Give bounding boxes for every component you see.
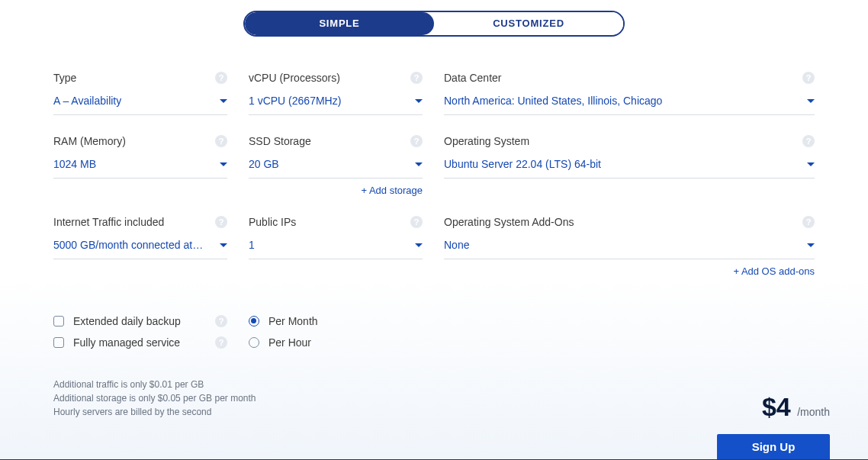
label-backup: Extended daily backup [73,315,181,327]
tab-customized[interactable]: CUSTOMIZED [434,12,623,35]
dropdown-ssd[interactable]: 20 GB [249,158,423,179]
tab-simple[interactable]: SIMPLE [245,12,434,35]
price-unit: /month [797,406,830,418]
chevron-down-icon [415,99,423,103]
options-column: Extended daily backup ? Fully managed se… [53,315,227,358]
chevron-down-icon [807,162,815,166]
plan-tabs: SIMPLE CUSTOMIZED [53,11,815,37]
label-per-hour: Per Hour [268,336,311,349]
dropdown-type[interactable]: A – Availability [53,95,227,115]
note-line: Additional traffic is only $0.01 per GB [53,378,815,391]
price-display: $4 /month [762,392,830,422]
signup-button[interactable]: Sign Up [717,434,830,460]
add-os-addons-link[interactable]: + Add OS add-ons [444,265,815,277]
value-publicips: 1 [249,239,255,251]
help-icon[interactable]: ? [410,72,423,84]
note-line: Hourly servers are billed by the second [53,405,815,419]
help-icon[interactable]: ? [410,135,423,147]
field-type: Type ? A – Availability [53,72,227,115]
help-icon[interactable]: ? [802,216,815,228]
label-managed: Fully managed service [73,336,180,349]
help-icon[interactable]: ? [215,336,227,349]
field-addons: Operating System Add-Ons ? None + Add OS… [444,216,815,277]
chevron-down-icon [415,162,423,166]
value-vcpu: 1 vCPU (2667MHz) [249,95,341,107]
radio-per-hour[interactable] [249,337,259,348]
value-ssd: 20 GB [249,158,279,170]
chevron-down-icon [807,99,815,103]
value-ram: 1024 MB [53,158,96,170]
chevron-down-icon [807,243,815,247]
value-type: A – Availability [53,95,121,107]
dropdown-traffic[interactable]: 5000 GB/month connected at 10000 Mbps [53,239,227,259]
note-line: Additional storage is only $0.05 per GB … [53,391,815,405]
help-icon[interactable]: ? [215,216,227,228]
field-vcpu: vCPU (Processors) ? 1 vCPU (2667MHz) [249,72,423,115]
label-datacenter: Data Center [444,72,501,84]
field-publicips: Public IPs ? 1 [249,216,423,277]
label-ssd: SSD Storage [249,135,311,147]
dropdown-vcpu[interactable]: 1 vCPU (2667MHz) [249,95,423,115]
label-vcpu: vCPU (Processors) [249,72,340,84]
value-datacenter: North America: United States, Illinois, … [444,95,662,107]
dropdown-addons[interactable]: None [444,239,815,259]
help-icon[interactable]: ? [215,72,227,84]
help-icon[interactable]: ? [410,216,423,228]
help-icon[interactable]: ? [215,135,227,147]
value-traffic: 5000 GB/month connected at 10000 Mbps [53,239,206,251]
label-os: Operating System [444,135,529,147]
chevron-down-icon [415,243,423,247]
help-icon[interactable]: ? [802,72,815,84]
field-ssd: SSD Storage ? 20 GB + Add storage [249,135,423,196]
pricing-notes: Additional traffic is only $0.01 per GB … [53,378,815,419]
chevron-down-icon [220,162,227,166]
field-ram: RAM (Memory) ? 1024 MB [53,135,227,196]
checkbox-backup[interactable] [53,316,64,327]
chevron-down-icon [220,243,227,247]
field-os: Operating System ? Ubuntu Server 22.04 (… [444,135,815,196]
dropdown-publicips[interactable]: 1 [249,239,423,259]
add-storage-link[interactable]: + Add storage [249,185,423,196]
label-type: Type [53,72,76,84]
dropdown-ram[interactable]: 1024 MB [53,158,227,179]
chevron-down-icon [220,99,227,103]
field-traffic: Internet Traffic included ? 5000 GB/mont… [53,216,227,277]
label-traffic: Internet Traffic included [53,216,164,228]
dropdown-os[interactable]: Ubuntu Server 22.04 (LTS) 64-bit [444,158,815,179]
label-addons: Operating System Add-Ons [444,216,574,228]
billing-column: Per Month Per Hour [249,315,423,358]
help-icon[interactable]: ? [215,315,227,327]
label-per-month: Per Month [268,315,318,327]
field-datacenter: Data Center ? North America: United Stat… [444,72,815,115]
dropdown-datacenter[interactable]: North America: United States, Illinois, … [444,95,815,115]
label-ram: RAM (Memory) [53,135,126,147]
value-os: Ubuntu Server 22.04 (LTS) 64-bit [444,158,601,170]
help-icon[interactable]: ? [802,135,815,147]
label-publicips: Public IPs [249,216,296,228]
radio-per-month[interactable] [249,316,259,327]
price-amount: $4 [762,392,791,421]
checkbox-managed[interactable] [53,337,64,348]
value-addons: None [444,239,469,251]
